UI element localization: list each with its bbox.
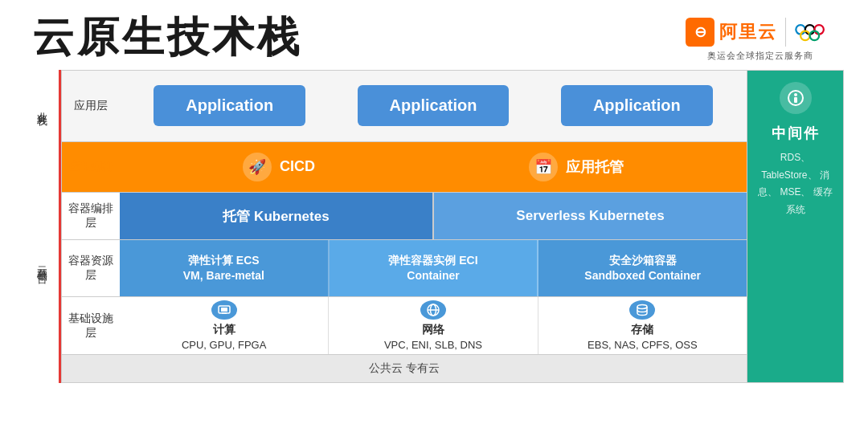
infra-network: 网络 VPC, ENI, SLB, DNS [329,297,538,354]
row-infra: 基础设施层 计算 CPU, GPU, FPGA [62,297,747,355]
apphosting-label: 应用托管 [566,157,624,177]
page-title: 云原生技术栈 [32,14,302,60]
res-ecs-line1: 弹性计算 ECS [188,253,260,269]
label-container-res: 容器资源层 [62,254,120,283]
row-orchestration: 应用编排 🚀 CICD 📅 应用托管 [62,142,747,193]
res-eci-line2: Container [407,268,459,284]
res-cells: 弹性计算 ECS VM, Bare-metal 弹性容器实例 ECI Conta… [120,240,747,296]
infra-cells: 计算 CPU, GPU, FPGA 网络 VPC, ENI, SLB, DNS [120,297,747,354]
row-app-layer: 应用层 Application Application Application [62,71,747,142]
k8s-cells: 托管 Kubernetes Serverless Kubernetes [120,193,747,239]
row-container-res: 容器资源层 弹性计算 ECS VM, Bare-metal 弹性容器实例 ECI… [62,240,747,297]
res-sandbox: 安全沙箱容器 Sandboxed Container [538,240,747,296]
cicd-icon: 🚀 [243,153,272,181]
svg-point-15 [794,93,797,96]
storage-sub: EBS, NAS, CPFS, OSS [588,339,698,351]
row-k8s: 容器编排层 托管 Kubernetes Serverless Kubernete… [62,193,747,240]
orch-cicd: 🚀 CICD [243,153,315,181]
row-cloud-types: 公共云 专有云 [62,355,747,382]
olympic-rings-icon [794,19,836,45]
svg-point-13 [637,305,647,309]
label-app-layer: 应用层 [62,99,120,113]
svg-text:⊖: ⊖ [694,24,706,40]
label-cloud: 云基础平台 [29,142,61,383]
middleware-icon [780,82,812,114]
logo-divider [785,18,787,47]
logo-subtitle: 奥运会全球指定云服务商 [707,50,813,62]
middleware-title: 中间件 [772,124,820,143]
app-box-1: Application [154,85,305,126]
label-infra: 基础设施层 [62,312,120,340]
orch-apphosting: 📅 应用托管 [529,153,624,181]
network-icon [420,300,446,320]
compute-icon [211,300,237,320]
k8s-managed: 托管 Kubernetes [120,193,434,239]
left-labels: 业务栈 云基础平台 [24,70,61,383]
res-ecs-line2: VM, Bare-metal [183,268,264,284]
res-ecs: 弹性计算 ECS VM, Bare-metal [120,240,330,296]
app-box-2: Application [358,85,510,126]
apphosting-icon: 📅 [529,153,558,181]
cicd-label: CICD [280,158,315,175]
aliyun-text: 阿里云 [719,20,777,44]
res-eci-line1: 弹性容器实例 ECI [388,253,477,269]
res-eci: 弹性容器实例 ECI Container [330,240,539,296]
logo-area: ⊖ 阿里云 奥运会全球指定云服务商 [686,14,837,62]
storage-icon [629,300,655,320]
infra-compute: 计算 CPU, GPU, FPGA [120,297,329,354]
res-sandbox-line2: Sandboxed Container [584,268,701,284]
header: 云原生技术栈 ⊖ 阿里云 奥运会全球指定云服务商 [0,0,868,70]
network-title: 网络 [422,323,444,337]
label-business: 业务栈 [29,70,61,142]
label-k8s: 容器编排层 [62,202,120,230]
app-boxes: Application Application Application [120,85,747,126]
main-grid: 应用层 Application Application Application … [61,70,747,383]
orchestration-content: 🚀 CICD 📅 应用托管 [120,153,747,181]
storage-title: 存储 [631,323,653,337]
network-sub: VPC, ENI, SLB, DNS [384,339,482,351]
middleware-list: RDS、 TableStore、 消息、 MSE、 缓存系统 [754,149,837,218]
label-orchestration: 应用编排 [62,160,120,174]
diagram-container: 业务栈 云基础平台 应用层 Application Application Ap… [24,70,844,383]
cloud-types-text: 公共云 专有云 [369,361,440,376]
aliyun-icon: ⊖ [686,18,714,47]
svg-rect-8 [221,308,227,312]
aliyun-logo: ⊖ 阿里云 [686,18,777,47]
right-panel-middleware: 中间件 RDS、 TableStore、 消息、 MSE、 缓存系统 [747,70,844,383]
infra-storage: 存储 EBS, NAS, CPFS, OSS [538,297,747,354]
k8s-serverless: Serverless Kubernetes [434,193,747,239]
app-box-3: Application [561,85,713,126]
compute-title: 计算 [213,323,235,337]
res-sandbox-line1: 安全沙箱容器 [609,253,677,269]
compute-sub: CPU, GPU, FPGA [182,339,266,351]
svg-rect-16 [794,97,797,103]
